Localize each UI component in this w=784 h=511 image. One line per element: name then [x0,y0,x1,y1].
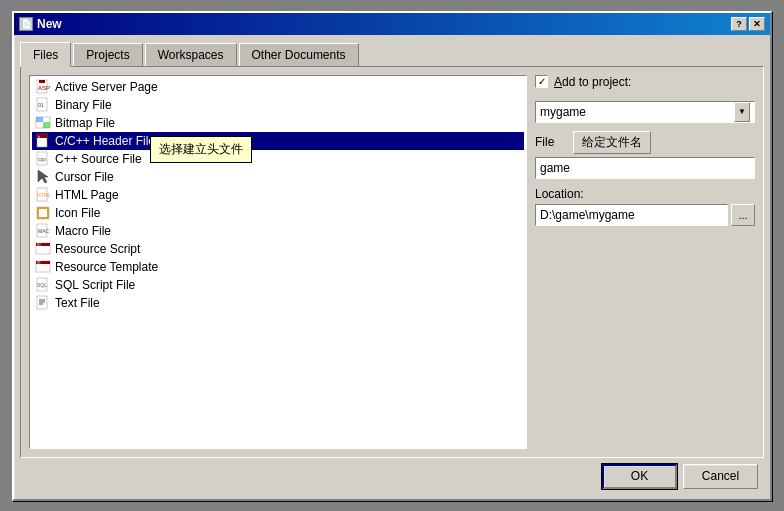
tab-workspaces[interactable]: Workspaces [145,43,237,68]
list-item-header[interactable]: h C/C++ Header File [32,132,524,150]
svg-rect-1 [39,80,45,83]
svg-text:h: h [38,134,40,139]
svg-rect-17 [39,209,47,217]
cursor-icon [35,169,51,185]
location-section: Location: ... [535,187,755,226]
bitmap-icon [35,115,51,131]
ok-button[interactable]: OK [602,464,677,489]
list-item-text-label: Text File [55,296,100,310]
list-item-restemplate[interactable]: RT Resource Template [32,258,524,276]
svg-text:SQL: SQL [37,282,47,288]
list-item-bitmap-label: Bitmap File [55,116,115,130]
resscript-icon: RC [35,241,51,257]
binary-icon: 01 [35,97,51,113]
svg-text:ASP: ASP [38,85,50,91]
tab-files[interactable]: Files [20,42,71,67]
source-icon: cpp [35,151,51,167]
right-panel: ✓ Add to project: mygame ▼ File 给定文件名 [535,75,755,449]
close-button[interactable]: ✕ [749,17,765,31]
project-dropdown-value: mygame [540,105,586,119]
header-icon: h [35,133,51,149]
file-list[interactable]: 选择建立头文件 ASP Active Server Page 01 Binary… [29,75,527,449]
html-icon: HTML [35,187,51,203]
window-content: Files Projects Workspaces Other Document… [14,35,770,499]
svg-rect-6 [36,117,43,122]
list-item-macro-label: Macro File [55,224,111,238]
list-item-source-label: C++ Source File [55,152,142,166]
file-name-input[interactable] [535,157,755,179]
add-to-project-row: ✓ Add to project: [535,75,755,89]
restemplate-icon: RT [35,259,51,275]
add-to-project-checkbox[interactable]: ✓ [535,75,548,88]
browse-button[interactable]: ... [731,204,755,226]
list-item-icon-label: Icon File [55,206,100,220]
svg-marker-13 [38,170,48,183]
macro-icon: MAC [35,223,51,239]
location-label: Location: [535,187,755,201]
title-bar-buttons: ? ✕ [731,17,765,31]
asp-icon: ASP [35,79,51,95]
svg-text:RT: RT [37,261,41,265]
file-section: File 给定文件名 [535,131,755,179]
list-item-sql[interactable]: SQL SQL Script File [32,276,524,294]
tab-bar: Files Projects Workspaces Other Document… [20,41,764,66]
file-name-button[interactable]: 给定文件名 [573,131,651,154]
file-label-row: File 给定文件名 [535,131,755,154]
dropdown-arrow-icon[interactable]: ▼ [734,102,750,122]
list-item-icon[interactable]: Icon File [32,204,524,222]
list-item-text[interactable]: Text File [32,294,524,312]
window-icon: 📄 [19,17,33,31]
main-panel: 选择建立头文件 ASP Active Server Page 01 Binary… [20,66,764,458]
tab-projects[interactable]: Projects [73,43,142,68]
list-item-asp-label: Active Server Page [55,80,158,94]
window-title: New [37,17,62,31]
list-item-restemplate-label: Resource Template [55,260,158,274]
list-item-sql-label: SQL Script File [55,278,135,292]
main-window: 📄 New ? ✕ Files Projects Workspaces Othe… [12,11,772,501]
text-icon [35,295,51,311]
list-item-resscript[interactable]: RC Resource Script [32,240,524,258]
svg-text:01: 01 [38,102,44,108]
add-to-project-label: Add to project: [554,75,631,89]
icon-file-icon [35,205,51,221]
list-item-asp[interactable]: ASP Active Server Page [32,78,524,96]
location-row: ... [535,204,755,226]
list-item-cursor[interactable]: Cursor File [32,168,524,186]
list-item-bitmap[interactable]: Bitmap File [32,114,524,132]
project-dropdown[interactable]: mygame ▼ [535,101,755,123]
list-item-html[interactable]: HTML HTML Page [32,186,524,204]
svg-text:MAC: MAC [38,228,50,234]
list-item-macro[interactable]: MAC Macro File [32,222,524,240]
title-bar: 📄 New ? ✕ [14,13,770,35]
tab-other-documents[interactable]: Other Documents [239,43,359,68]
location-input[interactable] [535,204,728,226]
cancel-button[interactable]: Cancel [683,464,758,489]
list-item-source[interactable]: cpp C++ Source File [32,150,524,168]
list-item-resscript-label: Resource Script [55,242,140,256]
svg-rect-7 [43,122,50,128]
sql-icon: SQL [35,277,51,293]
help-button[interactable]: ? [731,17,747,31]
callout-tooltip: 选择建立头文件 [150,136,252,163]
list-item-header-label: C/C++ Header File [55,134,155,148]
svg-text:cpp: cpp [38,156,46,162]
list-item-cursor-label: Cursor File [55,170,114,184]
svg-text:HTML: HTML [37,192,51,198]
list-item-binary[interactable]: 01 Binary File [32,96,524,114]
bottom-bar: OK Cancel [20,458,764,493]
list-item-html-label: HTML Page [55,188,119,202]
file-label: File [535,135,565,149]
list-item-binary-label: Binary File [55,98,112,112]
